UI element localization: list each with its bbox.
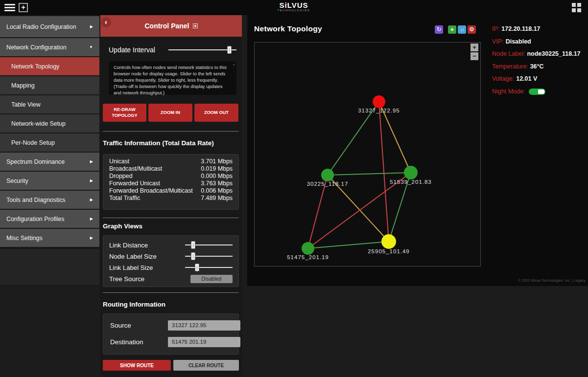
link-label-size-slider[interactable] <box>185 264 233 271</box>
sidebar-item-table-view[interactable]: Table View <box>0 95 99 113</box>
sidebar-item-per-node-setup[interactable]: Per-Node Setup <box>0 133 99 152</box>
hamburger-menu-icon[interactable] <box>4 4 15 12</box>
control-panel-title: Control Panel <box>144 22 189 30</box>
slider-handle[interactable] <box>227 46 232 54</box>
sort-arrows-icon[interactable]: ↓↑ <box>458 25 466 34</box>
sidebar-item-mapping[interactable]: Mapping <box>0 76 99 94</box>
traffic-info-box: Unicast3.701 Mbps Broadcast/Multicast0.0… <box>103 154 239 210</box>
topology-node-label: 31327_122.95 <box>358 108 400 113</box>
sidebar-item-network-topology[interactable]: Network Topology <box>0 57 99 75</box>
topology-node[interactable] <box>381 234 396 249</box>
graph-zoom-out-button[interactable]: − <box>470 52 478 60</box>
tree-source-select[interactable]: Disabled <box>190 275 233 283</box>
topology-node-label: 51539_201.83 <box>390 179 432 185</box>
node-info-panel: IP:172.20.118.17 VIP:Disabled Node Label… <box>492 25 585 100</box>
copyright-text: © 2020 Silvus Technologies, Inc. | Legac… <box>518 279 586 282</box>
info-row-temperature: Temperature:36°C <box>492 63 585 70</box>
info-row-node-label: Node Label:node30225_118.17 <box>492 50 585 57</box>
destination-row: Destination 51475 201.19 <box>110 336 232 347</box>
sidebar-item-security[interactable]: Security ▶ <box>0 172 99 190</box>
topology-link[interactable] <box>379 102 389 242</box>
chevron-right-icon: ▶ <box>90 217 93 221</box>
logo-text: SiLVUS <box>274 1 313 9</box>
routing-box: Source 31327 122.95 Destination 51475 20… <box>103 313 239 355</box>
divider <box>103 131 239 132</box>
sidebar-item-local-radio-configuration[interactable]: Local Radio Configuration ▶ <box>0 16 99 37</box>
topology-node-label: 30225_118.17 <box>307 181 349 187</box>
sidebar-empty-area <box>0 249 99 285</box>
source-row: Source 31327 122.95 <box>110 320 232 331</box>
topology-link[interactable] <box>328 173 411 175</box>
slider-handle[interactable] <box>195 264 199 271</box>
traffic-row: Broadcast/Multicast0.019 Mbps <box>109 165 233 173</box>
add-tab-icon[interactable]: + <box>19 3 28 12</box>
top-bar: + SiLVUS TECHNOLOGIES <box>0 0 588 15</box>
topology-node[interactable] <box>302 242 314 255</box>
slider-handle[interactable] <box>191 241 195 249</box>
collapse-panel-icon[interactable]: ‹ <box>101 17 111 27</box>
sidebar-item-tools-and-diagnostics[interactable]: Tools and Diagnostics ▶ <box>0 191 99 209</box>
night-mode-toggle[interactable] <box>529 89 545 95</box>
traffic-row: Dropped0.000 Mbps <box>109 173 233 180</box>
topology-node[interactable] <box>404 166 418 179</box>
update-interval-description: Controls how often nodes send network st… <box>109 61 236 95</box>
link-label-size-row: Link Label Size <box>109 262 233 273</box>
topology-canvas[interactable]: + − 31327_122.9530225_118.1751539_201.83… <box>254 42 481 266</box>
topology-node[interactable] <box>373 95 385 108</box>
scroll-mark-icon: * <box>233 63 235 68</box>
topology-link[interactable] <box>308 242 389 248</box>
zoom-in-button[interactable]: ZOOM IN <box>148 104 192 122</box>
traffic-heading: Traffic Information (Total Data Rate) <box>103 139 214 147</box>
topology-node-label: 25905_101.49 <box>368 248 410 254</box>
apps-grid-icon[interactable] <box>572 3 581 12</box>
redraw-topology-button[interactable]: RE-DRAW TOPOLOGY <box>103 104 146 122</box>
traffic-row: Total Traffic7.489 Mbps <box>109 195 233 202</box>
slider-handle[interactable] <box>191 252 195 260</box>
chevron-right-icon: ▶ <box>90 178 93 183</box>
node-label-size-row: Node Label Size <box>109 251 233 262</box>
show-route-button[interactable]: SHOW ROUTE <box>103 360 171 371</box>
page-title: Network Topology <box>254 24 322 33</box>
info-row-voltage: Voltage:12.01 V <box>492 75 585 82</box>
clear-route-button[interactable]: CLEAR ROUTE <box>173 360 239 371</box>
tree-source-row: Tree Source Disabled <box>109 273 233 285</box>
chevron-right-icon: ▶ <box>90 24 93 29</box>
logo-red-dot <box>286 3 288 5</box>
graph-views-box: Link Distance Node Label Size Link Label… <box>103 235 239 287</box>
node-label-size-slider[interactable] <box>185 252 233 260</box>
link-distance-slider[interactable] <box>185 241 233 249</box>
info-row-vip: VIP:Disabled <box>492 38 585 45</box>
divider <box>103 292 239 293</box>
sidebar: Local Radio Configuration ▶ Network Conf… <box>0 15 100 286</box>
chevron-right-icon: ▶ <box>90 236 93 240</box>
gear-icon[interactable]: ⚙ <box>468 25 476 34</box>
topology-svg[interactable]: 31327_122.9530225_118.1751539_201.835147… <box>255 43 480 266</box>
chevron-down-icon: ▼ <box>89 45 93 49</box>
chevron-right-icon: ▶ <box>90 198 93 202</box>
graph-views-heading: Graph Views <box>103 222 142 230</box>
sidebar-item-spectrum-dominance[interactable]: Spectrum Dominance ▶ <box>0 153 99 171</box>
control-panel-header: Control Panel <box>100 15 242 37</box>
sidebar-item-configuration-profiles[interactable]: Configuration Profiles ▶ <box>0 210 99 228</box>
link-distance-row: Link Distance <box>109 240 233 251</box>
source-select[interactable]: 31327 122.95 <box>168 320 240 331</box>
update-interval-label: Update Interval <box>109 46 155 54</box>
traffic-row: Forwarded Unicast3.763 Mbps <box>109 180 233 187</box>
panel-detach-icon[interactable] <box>193 23 198 28</box>
fit-graph-icon[interactable]: * <box>448 25 456 34</box>
topology-node-label: 51475_201.19 <box>287 254 329 260</box>
sidebar-item-network-wide-setup[interactable]: Network-wide Setup <box>0 114 99 133</box>
traffic-row: Forwarded Broadcast/Multicast0.006 Mbps <box>109 187 233 195</box>
refresh-icon[interactable]: ↻ <box>435 25 443 34</box>
destination-select[interactable]: 51475 201.19 <box>168 337 240 347</box>
graph-zoom-in-button[interactable]: + <box>470 44 478 51</box>
traffic-row: Unicast3.701 Mbps <box>109 158 233 165</box>
sidebar-item-network-configuration[interactable]: Network Configuration ▼ <box>0 38 99 56</box>
topology-node[interactable] <box>321 169 334 181</box>
zoom-out-button[interactable]: ZOOM OUT <box>194 104 238 122</box>
routing-heading: Routing Information <box>103 301 165 308</box>
chevron-right-icon: ▶ <box>90 159 93 164</box>
slider-track <box>168 49 236 50</box>
update-interval-slider[interactable] <box>168 46 236 54</box>
sidebar-item-misc-settings[interactable]: Misc Settings ▶ <box>0 229 99 247</box>
